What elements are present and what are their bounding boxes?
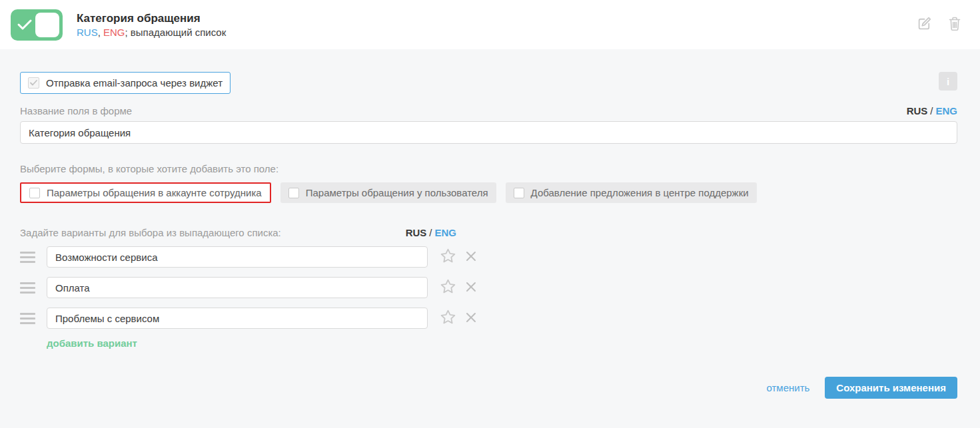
star-icon [439, 308, 457, 328]
forms-section-label: Выберите формы, в которые хотите добавит… [20, 163, 957, 174]
default-variant-button[interactable] [439, 247, 457, 267]
field-name-lang-toggle: RUS/ENG [907, 105, 957, 116]
edit-button[interactable] [915, 15, 933, 35]
variant-input[interactable] [47, 246, 428, 268]
form-chip-user[interactable]: Параметры обращения у пользователя [280, 182, 496, 203]
close-icon [464, 250, 478, 265]
lang-eng[interactable]: ENG [434, 227, 456, 238]
chip-label: Добавление предложения в центре поддержк… [531, 187, 749, 198]
field-name-label: Название поля в форме [20, 105, 132, 116]
email-widget-option[interactable]: Отправка email-запроса через виджет [20, 72, 231, 94]
checkbox[interactable] [29, 188, 40, 198]
chip-label: Параметры обращения в аккаунте сотрудник… [47, 187, 262, 198]
variant-row [20, 277, 957, 298]
field-subtitle: RUS, ENG; выпадающий список [77, 27, 226, 38]
info-button[interactable]: i [939, 72, 957, 91]
toggle-knob [35, 13, 59, 37]
field-title: Категория обращения [77, 11, 226, 25]
field-enabled-toggle[interactable] [11, 9, 63, 41]
checkbox[interactable] [288, 188, 299, 198]
variants-label: Задайте варианты для выбора из выпадающе… [20, 227, 281, 238]
remove-variant-button[interactable] [464, 280, 478, 296]
save-button[interactable]: Сохранить изменения [825, 377, 957, 399]
variant-row [20, 246, 957, 268]
chip-label: Параметры обращения у пользователя [306, 187, 488, 198]
close-icon [464, 311, 478, 326]
star-icon [439, 247, 457, 267]
variant-input[interactable] [47, 277, 428, 298]
lang-rus[interactable]: RUS [406, 227, 427, 238]
default-variant-button[interactable] [439, 308, 457, 328]
subtitle-rus: RUS [77, 27, 98, 38]
cancel-link[interactable]: отменить [766, 382, 809, 393]
field-editor-form: Отправка email-запроса через виджет i На… [0, 49, 980, 399]
edit-icon [915, 15, 933, 35]
remove-variant-button[interactable] [464, 311, 478, 326]
drag-handle-icon[interactable] [20, 313, 35, 324]
variants-lang-toggle: RUS/ENG [406, 227, 456, 238]
field-header: Категория обращения RUS, ENG; выпадающий… [0, 0, 980, 49]
lang-rus[interactable]: RUS [907, 105, 928, 116]
form-chip-staff-account[interactable]: Параметры обращения в аккаунте сотрудник… [20, 182, 271, 203]
header-actions [915, 15, 963, 35]
field-name-input[interactable] [20, 121, 957, 144]
info-icon: i [947, 76, 949, 87]
drag-handle-icon[interactable] [20, 282, 35, 294]
checkbox[interactable] [514, 188, 524, 198]
default-variant-button[interactable] [439, 278, 457, 298]
subtitle-tail: ; выпадающий список [125, 27, 227, 38]
variant-input[interactable] [47, 308, 428, 329]
forms-chip-list: Параметры обращения в аккаунте сотрудник… [20, 182, 957, 203]
footer-actions: отменить Сохранить изменения [20, 377, 957, 399]
variant-row [20, 308, 957, 329]
field-summary: Категория обращения RUS, ENG; выпадающий… [77, 11, 226, 38]
delete-button[interactable] [947, 15, 963, 35]
remove-variant-button[interactable] [464, 250, 478, 265]
trash-icon [947, 15, 963, 35]
email-widget-checkbox[interactable] [28, 77, 39, 89]
lang-eng[interactable]: ENG [935, 105, 957, 116]
email-widget-label: Отправка email-запроса через виджет [46, 77, 223, 89]
form-chip-support-center[interactable]: Добавление предложения в центре поддержк… [506, 182, 757, 203]
star-icon [439, 278, 457, 298]
drag-handle-icon[interactable] [20, 252, 35, 263]
close-icon [464, 280, 478, 296]
add-variant-link[interactable]: добавить вариант [47, 337, 137, 349]
check-icon [17, 18, 33, 31]
subtitle-eng: ENG [103, 27, 125, 38]
